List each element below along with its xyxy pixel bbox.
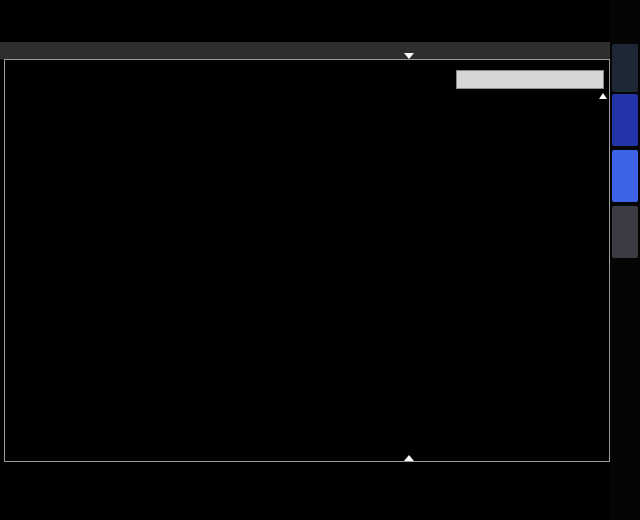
trigger-time-marker-icon[interactable] xyxy=(404,455,414,461)
b2-position-marker-icon[interactable] xyxy=(599,93,607,99)
waveform-canvas xyxy=(5,60,609,461)
waveform-display xyxy=(4,59,610,462)
bus1-button[interactable] xyxy=(612,94,638,146)
bus2-decode-row xyxy=(5,327,609,349)
bus2-button[interactable] xyxy=(612,150,638,202)
menu-title-bus xyxy=(612,44,638,92)
b2-position-readout xyxy=(456,70,604,89)
oscilloscope-screen xyxy=(0,0,640,520)
soft-menu-sidebar xyxy=(610,0,640,520)
tab-button[interactable] xyxy=(612,206,638,258)
bus1-decode-row xyxy=(5,277,609,299)
status-bar xyxy=(0,42,610,60)
